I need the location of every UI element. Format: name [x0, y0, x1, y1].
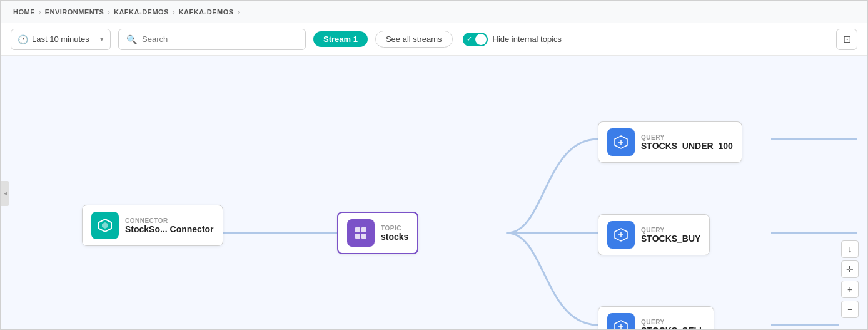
query-node-1-labels: QUERY STOCKS_UNDER_100 [641, 134, 733, 151]
topic-node-name: stocks [381, 232, 408, 242]
breadcrumb: HOME › ENVIRONMENTS › KAFKA-DEMOS › KAFK… [1, 1, 867, 23]
sidebar-handle[interactable]: ◂ [1, 181, 9, 206]
breadcrumb-kafka-demos-2[interactable]: KAFKA-DEMOS [179, 8, 234, 16]
connector-node-icon [91, 212, 119, 239]
zoom-out-icon: − [847, 304, 852, 314]
query-node-2[interactable]: QUERY STOCKS_BUY [598, 214, 710, 255]
right-tools: ↓ ✛ + − [841, 240, 859, 318]
breadcrumb-sep-3: › [173, 8, 175, 16]
query-node-3-icon [607, 313, 635, 330]
breadcrumb-sep-1: › [39, 8, 41, 16]
query-node-1-name: STOCKS_UNDER_100 [641, 141, 733, 151]
svg-rect-6 [361, 227, 366, 232]
query-node-3[interactable]: QUERY STOCKS_SELL [598, 306, 714, 330]
time-label: Last 10 minutes [32, 34, 89, 44]
query-node-1[interactable]: QUERY STOCKS_UNDER_100 [598, 121, 742, 163]
breadcrumb-home[interactable]: HOME [13, 8, 35, 16]
time-selector[interactable]: 🕐 Last 10 minutes ▾ [11, 29, 111, 50]
breadcrumb-environments[interactable]: ENVIRONMENTS [45, 8, 104, 16]
topic-node-type: TOPIC [381, 225, 408, 232]
query-node-3-name: STOCKS_SELL [641, 326, 705, 331]
connector-node-type: CONNECTOR [125, 217, 214, 224]
svg-rect-8 [361, 234, 366, 239]
toolbar: 🕐 Last 10 minutes ▾ 🔍 Stream 1 See all s… [1, 23, 867, 56]
toggle-knob [475, 34, 487, 45]
query-node-1-type: QUERY [641, 134, 733, 141]
chevron-down-icon: ▾ [100, 35, 104, 43]
topic-node[interactable]: TOPIC stocks [337, 212, 418, 254]
zoom-in-button[interactable]: + [841, 281, 859, 298]
connector-node-name: StockSo... Connector [125, 224, 214, 234]
canvas: ◂ CONNECTOR StockSo... Connector TOPIC [1, 56, 867, 330]
toggle-check-icon: ✓ [467, 35, 472, 43]
search-input[interactable] [142, 34, 298, 44]
reset-icon: ⊡ [843, 33, 851, 45]
move-button[interactable]: ✛ [841, 260, 859, 278]
connection-lines [1, 56, 867, 330]
svg-marker-4 [102, 222, 108, 229]
query-node-3-type: QUERY [641, 319, 705, 326]
breadcrumb-sep-2: › [108, 8, 110, 16]
query-node-1-icon [607, 128, 635, 156]
see-all-streams-button[interactable]: See all streams [375, 31, 453, 48]
query-node-3-labels: QUERY STOCKS_SELL [641, 319, 705, 331]
reset-button[interactable]: ⊡ [836, 29, 857, 50]
sidebar-handle-icon: ◂ [4, 190, 7, 197]
breadcrumb-sep-4: › [238, 8, 240, 16]
move-icon: ✛ [846, 264, 854, 274]
svg-rect-5 [355, 227, 360, 232]
search-box: 🔍 [118, 29, 306, 50]
hide-internal-topics-toggle[interactable]: ✓ [463, 33, 488, 46]
clock-icon: 🕐 [18, 34, 28, 44]
query-node-2-type: QUERY [641, 227, 700, 234]
hide-internal-topics-label: Hide internal topics [493, 34, 562, 44]
search-icon: 🔍 [126, 34, 137, 44]
zoom-in-icon: + [847, 284, 852, 294]
topic-node-icon [347, 219, 375, 247]
connector-node-labels: CONNECTOR StockSo... Connector [125, 217, 214, 234]
connector-node[interactable]: CONNECTOR StockSo... Connector [82, 205, 223, 246]
svg-rect-7 [355, 234, 360, 239]
query-node-2-labels: QUERY STOCKS_BUY [641, 227, 700, 244]
hide-internal-topics-toggle-group: ✓ Hide internal topics [463, 33, 562, 46]
download-button[interactable]: ↓ [841, 240, 859, 258]
stream-badge[interactable]: Stream 1 [313, 31, 368, 47]
zoom-out-button[interactable]: − [841, 301, 859, 318]
download-icon: ↓ [848, 244, 852, 254]
breadcrumb-kafka-demos-1[interactable]: KAFKA-DEMOS [114, 8, 169, 16]
topic-node-labels: TOPIC stocks [381, 225, 408, 242]
query-node-2-icon [607, 221, 635, 249]
query-node-2-name: STOCKS_BUY [641, 234, 700, 244]
